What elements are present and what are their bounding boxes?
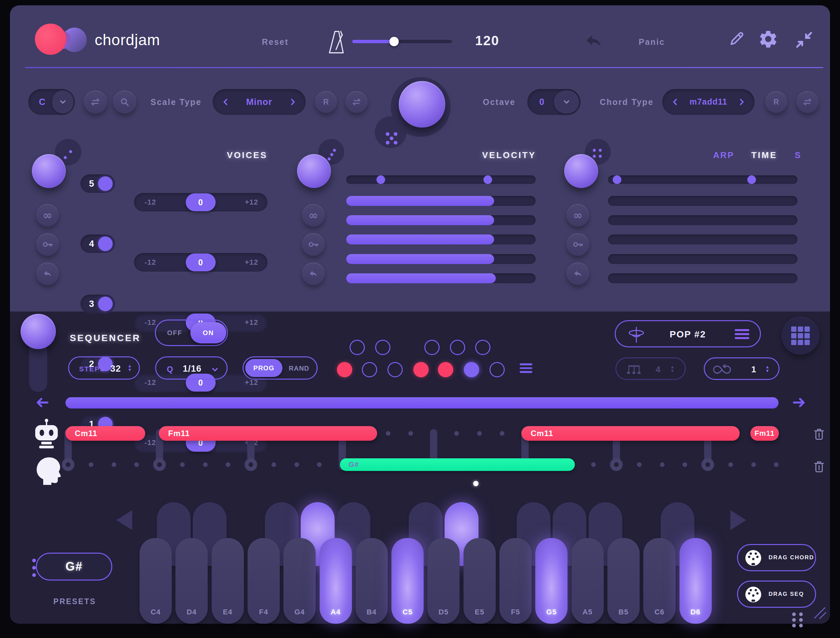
voice-on-dot[interactable] <box>98 176 112 191</box>
note-step-ring[interactable] <box>62 458 74 471</box>
white-key-A5[interactable]: A5 <box>571 538 604 624</box>
prog-rand-toggle[interactable]: PROG RAND <box>242 356 318 380</box>
pattern-bottom-step-1[interactable] <box>337 362 352 377</box>
keyboard-prev-arrow[interactable] <box>116 510 132 530</box>
arp-time-bar-4[interactable] <box>608 254 797 264</box>
velocity-bar-2[interactable] <box>346 215 536 225</box>
velocity-bar-5[interactable] <box>346 273 536 283</box>
reset-button[interactable]: Reset <box>262 37 289 47</box>
white-key-D6[interactable]: D6 <box>680 538 712 624</box>
velocity-range-handle-1[interactable] <box>376 175 385 184</box>
voice-toggle-5[interactable]: 5 <box>81 174 115 193</box>
presets-label[interactable]: PRESETS <box>41 597 108 606</box>
note-step-dot[interactable] <box>203 462 208 467</box>
steps-stepper[interactable]: STEPS 32 ▲▼ <box>68 356 140 380</box>
white-key-E4[interactable]: E4 <box>212 538 244 624</box>
white-key-E5[interactable]: E5 <box>464 538 496 624</box>
voices-random-knob[interactable] <box>32 154 66 188</box>
arp-time-bar-3[interactable] <box>608 234 797 245</box>
voices-key-lock-button[interactable] <box>36 233 59 256</box>
drag-seq-button[interactable]: DRAG SEQ <box>737 581 816 608</box>
grid-view-button[interactable] <box>781 317 819 355</box>
loop-stepper[interactable]: 1 ▲▼ <box>704 357 780 380</box>
chord-block[interactable]: Fm11 <box>159 426 377 441</box>
quantize-select[interactable]: Q 1/16 <box>155 356 228 380</box>
voice-on-dot[interactable] <box>98 237 112 251</box>
voices-latch-infinity-button[interactable]: ∞ <box>36 204 59 226</box>
white-key-B5[interactable]: B5 <box>607 538 640 624</box>
voice-toggle-3[interactable]: 3 <box>81 295 115 313</box>
main-chord-knob[interactable] <box>399 81 445 128</box>
human-head-icon[interactable] <box>34 453 63 486</box>
note-step-dot[interactable] <box>89 462 93 467</box>
pattern-top-step-2[interactable] <box>375 340 391 355</box>
stepper-arrows-icon[interactable]: ▲▼ <box>765 365 770 373</box>
arp-key-lock-button[interactable] <box>566 233 589 256</box>
note-block[interactable]: G# <box>340 458 575 471</box>
chord-block[interactable]: Cm11 <box>65 426 145 441</box>
velocity-range-slider[interactable] <box>346 175 536 184</box>
keyboard-next-arrow[interactable] <box>730 510 746 530</box>
velocity-latch-infinity-button[interactable]: ∞ <box>302 204 324 226</box>
velocity-bar-1[interactable] <box>346 196 536 206</box>
octave-select[interactable]: 0 <box>527 89 581 115</box>
arp-time-bar-5[interactable] <box>608 273 797 283</box>
white-key-G5[interactable]: G5 <box>535 538 568 624</box>
prog-chip[interactable]: PROG <box>245 359 282 377</box>
white-key-A4[interactable]: A4 <box>320 538 352 624</box>
white-key-F4[interactable]: F4 <box>248 538 280 624</box>
settings-gear-icon[interactable] <box>758 29 778 49</box>
velocity-key-lock-button[interactable] <box>302 233 324 256</box>
pattern-bottom-step-3[interactable] <box>388 362 403 377</box>
pattern-menu-icon[interactable] <box>520 363 532 373</box>
velocity-bar-3[interactable] <box>346 234 536 245</box>
key-shuffle-button[interactable] <box>84 90 107 114</box>
pattern-top-step-5[interactable] <box>475 340 490 355</box>
arp-time-bar-1[interactable] <box>608 196 797 206</box>
arp-time-range-handle-2[interactable] <box>747 175 756 184</box>
note-step-dot[interactable] <box>637 462 642 467</box>
pattern-bottom-step-5[interactable] <box>438 362 453 377</box>
white-key-F5[interactable]: F5 <box>500 538 532 624</box>
rand-label[interactable]: RAND <box>289 365 309 372</box>
velocity-undo-button[interactable] <box>302 262 324 285</box>
time-tab[interactable]: TIME <box>748 150 781 160</box>
pattern-bottom-step-2[interactable] <box>362 362 377 377</box>
pattern-top-step-1[interactable] <box>350 340 365 355</box>
tempo-slider-handle[interactable] <box>389 37 399 46</box>
robot-icon[interactable] <box>30 417 62 449</box>
scale-random-button[interactable]: R <box>315 91 337 113</box>
timeline-left-arrow[interactable] <box>35 395 51 410</box>
edit-pencil-icon[interactable] <box>727 30 746 49</box>
voice-5-transpose-slider[interactable]: -12 0 +12 <box>134 193 267 212</box>
key-select[interactable]: C <box>28 89 75 115</box>
root-note-display[interactable]: G# <box>36 553 112 581</box>
tempo-slider[interactable] <box>352 40 452 43</box>
scale-search-button[interactable] <box>113 90 136 114</box>
chord-block[interactable]: Cm11 <box>521 426 740 441</box>
white-key-C6[interactable]: C6 <box>643 538 675 624</box>
chord-shuffle-button[interactable] <box>796 91 818 113</box>
pattern-top-step-4[interactable] <box>450 340 465 355</box>
note-lane-delete-button[interactable] <box>812 458 826 474</box>
drag-chord-button[interactable]: DRAG CHORD <box>737 544 816 571</box>
collapse-resize-icon[interactable] <box>795 30 813 49</box>
sequencer-on-off-toggle[interactable]: OFF ON <box>155 319 228 346</box>
note-step-ring[interactable] <box>245 458 257 471</box>
bpm-value[interactable]: 120 <box>475 33 500 48</box>
note-step-ring[interactable] <box>701 458 714 471</box>
transpose-value-chip[interactable]: 0 <box>186 193 216 211</box>
sequence-timeline-bar[interactable] <box>65 397 778 409</box>
repeat-stepper[interactable]: 4 ▲▼ <box>615 357 686 380</box>
metronome-icon[interactable] <box>326 28 348 55</box>
chevron-right-icon[interactable] <box>737 98 746 106</box>
resize-grip[interactable] <box>811 604 831 624</box>
voice-4-transpose-slider[interactable]: -12 0 +12 <box>134 253 267 272</box>
chord-step-dot[interactable] <box>477 431 482 436</box>
arp-latch-infinity-button[interactable]: ∞ <box>566 204 589 226</box>
velocity-bar-4[interactable] <box>346 254 536 264</box>
white-key-G4[interactable]: G4 <box>283 538 316 624</box>
preset-selector[interactable]: POP #2 <box>615 320 761 347</box>
transpose-value-chip[interactable]: 0 <box>186 253 216 272</box>
velocity-random-knob[interactable] <box>297 154 331 188</box>
